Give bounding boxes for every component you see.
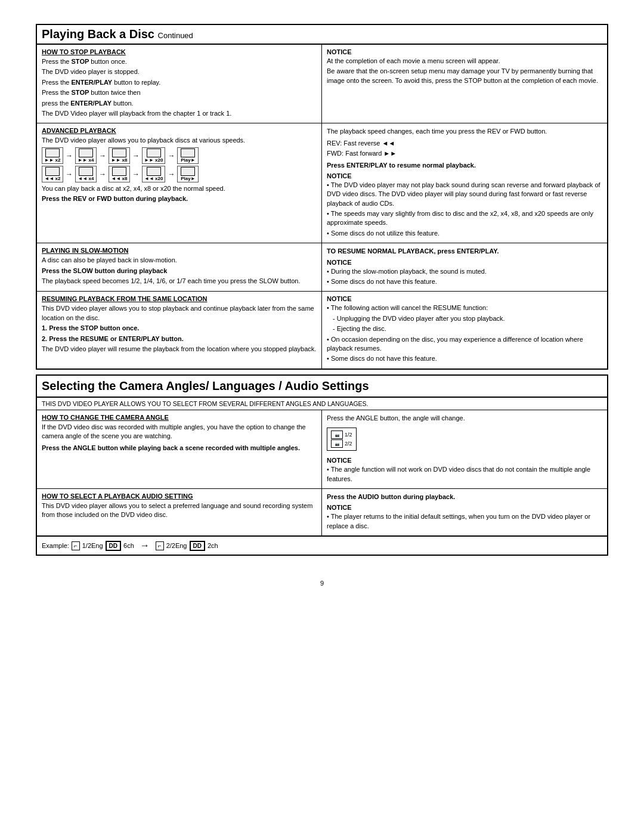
stop-left: HOW TO STOP PLAYBACK Press the STOP butt… — [37, 45, 322, 123]
resume-left: RESUMING PLAYBACK FROM THE SAME LOCATION… — [37, 292, 322, 368]
example-tape-1: ⌐ — [72, 541, 80, 550]
slow-title: PLAYING IN SLOW-MOTION — [42, 247, 317, 254]
speed-fwd-x4: ►► x4 — [75, 147, 97, 164]
audio-right: Press the AUDIO button during playback. … — [322, 489, 607, 535]
audio-setting-row: HOW TO SELECT A PLAYBACK AUDIO SETTING T… — [37, 489, 607, 536]
example-dd-2: DD — [190, 541, 205, 551]
rev-speed-diagram: ◄◄ x2 → ◄◄ x4 → ◄◄ x8 → ◄◄ x2 — [42, 166, 317, 182]
slow-notice-title: NOTICE — [327, 259, 602, 266]
speed-rev-x2: ◄◄ x2 — [42, 166, 63, 182]
page-number: 9 — [36, 580, 608, 587]
speed-fwd-x2: ►► x2 — [42, 147, 63, 164]
resume-notice-title: NOTICE — [327, 295, 602, 302]
advanced-right: The playback speed changes, each time yo… — [322, 123, 607, 243]
audio-notice-title: NOTICE — [327, 504, 602, 511]
example-num-2: 2/2Eng — [166, 542, 187, 549]
camera-angle-row: HOW TO CHANGE THE CAMERA ANGLE If the DV… — [37, 410, 607, 489]
advanced-notice-title: NOTICE — [327, 172, 602, 179]
fwd-speed-diagram: ►► x2 → ►► x4 → ►► x8 → ►► x2 — [42, 147, 317, 164]
speed-fwd-play: Play► — [177, 147, 199, 164]
speed-fwd-x8: ►► x8 — [109, 147, 130, 164]
advanced-playback-row: ADVANCED PLAYBACK The DVD video player a… — [37, 123, 607, 243]
audio-title: HOW TO SELECT A PLAYBACK AUDIO SETTING — [42, 493, 317, 500]
example-label: Example: — [42, 542, 69, 549]
playing-back-section: Playing Back a Disc Continued HOW TO STO… — [36, 24, 608, 370]
camera-angle-left: HOW TO CHANGE THE CAMERA ANGLE If the DV… — [37, 410, 322, 488]
slow-motion-row: PLAYING IN SLOW-MOTION A disc can also b… — [37, 243, 607, 292]
slow-left: PLAYING IN SLOW-MOTION A disc can also b… — [37, 243, 322, 291]
camera-angle-title: HOW TO CHANGE THE CAMERA ANGLE — [42, 414, 317, 421]
stop-right: NOTICE At the completion of each movie a… — [322, 45, 607, 123]
stop-playback-row: HOW TO STOP PLAYBACK Press the STOP butt… — [37, 45, 607, 123]
example-ch-1: 6ch — [123, 542, 134, 549]
example-num-1: 1/2Eng — [82, 542, 103, 549]
continued-label: Continued — [158, 31, 193, 40]
resume-right: NOTICE • The following action will cance… — [322, 292, 607, 368]
advanced-left: ADVANCED PLAYBACK The DVD video player a… — [37, 123, 322, 243]
speed-rev-x8: ◄◄ x8 — [109, 166, 130, 182]
speed-rev-x20: ◄◄ x20 — [142, 166, 165, 182]
playing-back-title: Playing Back a Disc Continued — [37, 25, 607, 45]
camera-angle-right: Press the ANGLE button, the angle will c… — [322, 410, 607, 488]
slow-right: TO RESUME NORMAL PLAYBACK, press ENTER/P… — [322, 243, 607, 291]
example-arrow: → — [140, 540, 150, 551]
speed-fwd-x20: ►► x20 — [142, 147, 165, 164]
camera-intro: THIS DVD VIDEO PLAYER ALLOWS YOU TO SELE… — [37, 398, 607, 410]
speed-rev-x4: ◄◄ x4 — [75, 166, 97, 182]
camera-section: Selecting the Camera Angles/ Languages /… — [36, 374, 608, 556]
example-dd-1: DD — [106, 541, 121, 551]
resume-row: RESUMING PLAYBACK FROM THE SAME LOCATION… — [37, 292, 607, 368]
speed-rev-play: Play► — [177, 166, 199, 182]
notice-title: NOTICE — [327, 48, 602, 55]
camera-diagram: 📷 1/2 📷 2/2 — [327, 428, 357, 451]
resume-title: RESUMING PLAYBACK FROM THE SAME LOCATION — [42, 295, 317, 302]
audio-left: HOW TO SELECT A PLAYBACK AUDIO SETTING T… — [37, 489, 322, 535]
example-ch-2: 2ch — [208, 542, 218, 549]
advanced-title: ADVANCED PLAYBACK — [42, 127, 317, 134]
camera-section-title: Selecting the Camera Angles/ Languages /… — [37, 376, 607, 398]
example-row: Example: ⌐ 1/2Eng DD 6ch → ⌐ 2/2Eng DD 2… — [37, 536, 607, 555]
camera-notice-title: NOTICE — [327, 457, 602, 464]
section-title-text: Playing Back a Disc — [42, 27, 154, 41]
example-tape-2: ⌐ — [156, 541, 164, 550]
stop-title: HOW TO STOP PLAYBACK — [42, 48, 317, 55]
